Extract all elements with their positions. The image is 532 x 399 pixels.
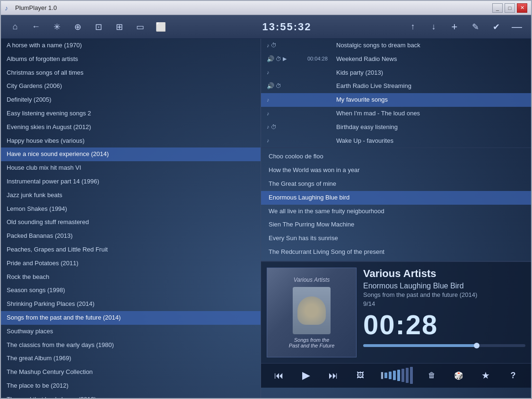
song-item[interactable]: Sien The Purring Mow Machine: [261, 218, 531, 232]
toolbar-right-buttons: ↑ ↓ + ✎ ✔ —: [404, 18, 525, 35]
queue-item[interactable]: Wake Up - favourites: [261, 134, 531, 148]
clock-icon: [276, 55, 281, 64]
bottom-controls: ⏮ ▶ ⏭ 🖼 ▐ 🗑 🎲 ★ ?: [261, 363, 531, 388]
queue-item[interactable]: Birthday easy listening: [261, 121, 531, 134]
clock-icon: [276, 82, 281, 91]
list-item[interactable]: Pride and Potatoes (2011): [1, 257, 261, 270]
playlist-panel[interactable]: A horse with a name (1970) Albums of for…: [1, 39, 261, 398]
queue-title: My favourite songs: [336, 95, 525, 105]
list-item[interactable]: Christmas songs of all times: [1, 66, 261, 80]
fast-forward-button[interactable]: ⏭: [325, 367, 342, 384]
list-item[interactable]: The road that leads home (2012): [1, 393, 261, 398]
maximize-button[interactable]: □: [505, 3, 515, 13]
song-list[interactable]: Choo cooloo de floo How the World was wo…: [261, 148, 531, 261]
list-item[interactable]: Instrumental power part 14 (1996): [1, 175, 261, 189]
expand-button[interactable]: ⊡: [90, 18, 107, 35]
edit-button[interactable]: ✎: [467, 18, 484, 35]
music-icon: [267, 137, 270, 145]
vol-seg-7: [410, 367, 413, 384]
delete-button[interactable]: 🗑: [423, 367, 440, 384]
play-pause-button[interactable]: ▶: [297, 367, 314, 384]
np-album: Songs from the past and the future (2014…: [363, 291, 525, 298]
clock-display: 13:55:32: [173, 21, 401, 33]
queue-icons: [267, 137, 305, 145]
list-item[interactable]: Old sounding stuff remastered: [1, 216, 261, 229]
list-item[interactable]: Songs from the past and the future (2014…: [1, 311, 261, 325]
check-button[interactable]: ✔: [488, 18, 505, 35]
queue-title: Kids party (2013): [336, 68, 525, 78]
grid-button[interactable]: ⊞: [111, 18, 128, 35]
home-button[interactable]: ⌂: [7, 18, 24, 35]
queue-item[interactable]: Kids party (2013): [261, 66, 531, 80]
star-button[interactable]: ✳: [48, 18, 65, 35]
song-item[interactable]: The Redcurrant Living Song of the presen…: [261, 245, 531, 259]
song-item[interactable]: We all live in the same fruity neigbourh…: [261, 205, 531, 218]
favorite-button[interactable]: ★: [477, 367, 494, 384]
list-item[interactable]: Rock the beach: [1, 270, 261, 284]
list-item[interactable]: Jazz junk funk beats: [1, 189, 261, 202]
list-item[interactable]: Have a nice sound experience (2014): [1, 147, 261, 161]
queue-item[interactable]: My favourite songs: [261, 93, 531, 107]
image-button[interactable]: 🖼: [352, 367, 369, 384]
list-item[interactable]: Packed Bananas (2013): [1, 229, 261, 243]
list-item[interactable]: Definitely (2005): [1, 93, 261, 107]
np-song: Enormous Laughing Blue Bird: [363, 282, 525, 290]
volume-bar[interactable]: ▐: [379, 367, 413, 384]
music-icon: [267, 96, 270, 104]
list-item[interactable]: The Mashup Century Collection: [1, 365, 261, 379]
song-item[interactable]: Choo cooloo de floo: [261, 150, 531, 164]
queue-item[interactable]: When I'm mad - The loud ones: [261, 107, 531, 121]
help-button[interactable]: ?: [505, 367, 522, 384]
list-item[interactable]: Albums of forgotten artists: [1, 52, 261, 66]
list-item[interactable]: House club mix hit mash VI: [1, 161, 261, 175]
minimize-button[interactable]: _: [492, 3, 503, 13]
up-button[interactable]: ↑: [404, 18, 421, 35]
list-item[interactable]: The great Album (1969): [1, 352, 261, 365]
camera-button[interactable]: ⬜: [152, 18, 169, 35]
window-button[interactable]: ▭: [131, 18, 148, 35]
queue-item[interactable]: Nostalgic songs to dream back: [261, 39, 531, 52]
list-item[interactable]: Evening skies in August (2012): [1, 121, 261, 134]
list-item[interactable]: Easy listening evening songs 2: [1, 107, 261, 121]
queue-item[interactable]: 00:04:28 Weekend Radio News: [261, 52, 531, 66]
right-panel: Nostalgic songs to dream back 00:04:28 W…: [261, 39, 531, 398]
album-art-face: [293, 287, 331, 334]
list-item[interactable]: A horse with a name (1970): [1, 39, 261, 52]
queue-item[interactable]: Earth Radio Live Streaming: [261, 79, 531, 93]
list-item[interactable]: Season songs (1998): [1, 284, 261, 297]
list-item[interactable]: Lemon Shakes (1994): [1, 202, 261, 216]
rewind-button[interactable]: ⏮: [270, 367, 288, 384]
minus-button[interactable]: —: [508, 18, 525, 35]
add-button[interactable]: +: [446, 18, 463, 35]
list-item[interactable]: Happy house vibes (various): [1, 134, 261, 148]
song-item[interactable]: How the World was won in a year: [261, 164, 531, 177]
list-item[interactable]: Shrinking Parking Places (2014): [1, 297, 261, 311]
queue-icons: [267, 96, 305, 104]
progress-bar[interactable]: [363, 344, 525, 347]
progress-handle[interactable]: [474, 343, 480, 348]
list-item[interactable]: Southway places: [1, 325, 261, 338]
music-icon: [267, 123, 270, 131]
song-item[interactable]: Every Sun has its sunrise: [261, 232, 531, 245]
progress-fill: [363, 344, 477, 347]
np-track: 9/14: [363, 300, 525, 307]
down-button[interactable]: ↓: [425, 18, 442, 35]
queue-title: Nostalgic songs to dream back: [336, 41, 525, 51]
crosshair-button[interactable]: ⊕: [69, 18, 86, 35]
vol-seg-5: [401, 369, 404, 382]
list-item[interactable]: The place to be (2012): [1, 379, 261, 393]
vol-seg-3: [393, 371, 396, 380]
song-item[interactable]: Enormous Laughing Blue bird: [261, 191, 531, 205]
close-button[interactable]: ✕: [517, 3, 527, 13]
clock-icon: [271, 123, 277, 132]
list-item[interactable]: Peaches, Grapes and Little Red Fruit: [1, 243, 261, 257]
queue-list[interactable]: Nostalgic songs to dream back 00:04:28 W…: [261, 39, 531, 148]
back-button[interactable]: ←: [27, 18, 44, 35]
queue-icons: [267, 123, 305, 132]
list-item[interactable]: City Gardens (2006): [1, 79, 261, 93]
list-item[interactable]: The classics from the early days (1980): [1, 338, 261, 352]
main-content: A horse with a name (1970) Albums of for…: [1, 39, 531, 398]
dice-button[interactable]: 🎲: [450, 367, 467, 384]
song-item[interactable]: The Great songs of mine: [261, 177, 531, 191]
queue-title: When I'm mad - The loud ones: [336, 109, 525, 119]
